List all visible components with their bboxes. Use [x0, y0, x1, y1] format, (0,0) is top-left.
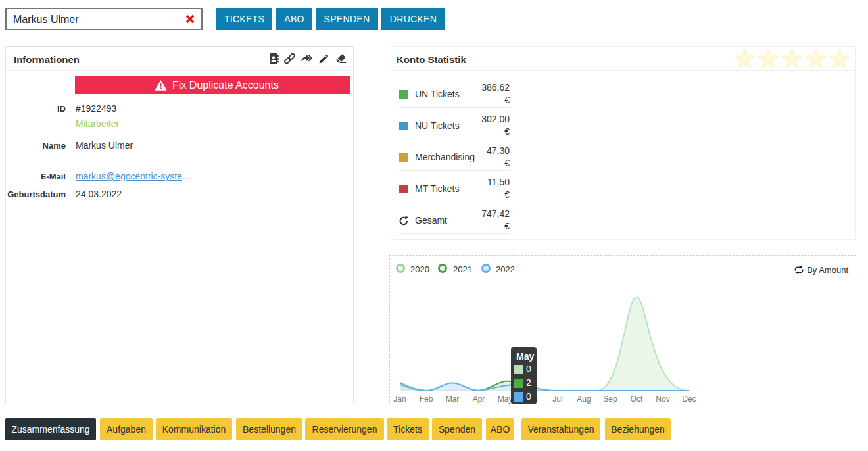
svg-text:Feb: Feb [420, 394, 433, 404]
svg-text:Oct: Oct [631, 394, 643, 404]
svg-text:Mar: Mar [446, 394, 460, 404]
svg-text:Apr: Apr [473, 394, 485, 404]
svg-text:Sep: Sep [603, 394, 617, 404]
svg-text:Aug: Aug [577, 394, 591, 404]
svg-text:Nov: Nov [656, 394, 669, 404]
svg-text:Jul: Jul [552, 394, 562, 404]
svg-text:Jan: Jan [393, 394, 406, 404]
svg-text:Dec: Dec [682, 394, 696, 404]
svg-text:May: May [498, 394, 513, 404]
